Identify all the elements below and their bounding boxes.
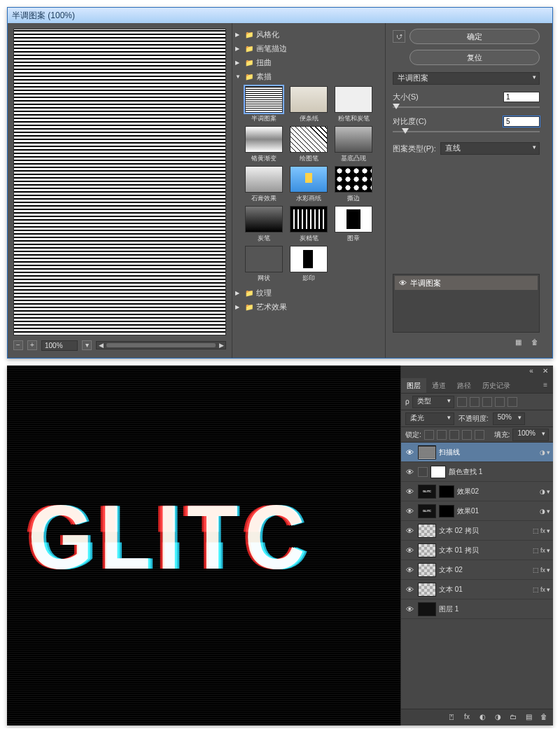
layer-text01[interactable]: 👁 文本 01 ⬚fx▾ bbox=[401, 580, 553, 599]
filter-reticulate[interactable]: 网状 bbox=[245, 246, 283, 283]
tab-channels[interactable]: 通道 bbox=[426, 378, 451, 393]
filter-type-icon[interactable] bbox=[482, 397, 492, 407]
category-sketch[interactable]: ▼ 📁 素描 bbox=[235, 69, 382, 83]
ok-button[interactable]: 确定 bbox=[410, 29, 540, 44]
filter-chrome[interactable]: 铬黄渐变 bbox=[245, 126, 283, 163]
eye-icon[interactable]: 👁 bbox=[404, 566, 415, 574]
chevron-down-icon[interactable]: ▾ bbox=[547, 449, 550, 456]
filter-adjust-icon[interactable] bbox=[470, 397, 479, 407]
adjustment-layer-icon[interactable]: ◑ bbox=[493, 713, 503, 723]
zoom-select[interactable]: 100% bbox=[41, 340, 78, 351]
layer-styles-icon[interactable]: fx bbox=[462, 713, 472, 723]
eye-icon[interactable]: 👁 bbox=[404, 487, 415, 496]
smartfilter-icon[interactable]: ◑ bbox=[540, 508, 545, 515]
tab-paths[interactable]: 路径 bbox=[451, 378, 477, 393]
smartfilter-icon[interactable]: ◑ bbox=[540, 449, 545, 456]
delete-effect-layer-icon[interactable]: 🗑 bbox=[530, 338, 540, 348]
link-icon[interactable]: ⬚ bbox=[533, 547, 539, 554]
link-icon[interactable]: ⬚ bbox=[533, 586, 539, 593]
eye-icon[interactable]: 👁 bbox=[404, 605, 415, 613]
layer-kind-select[interactable]: 类型 bbox=[412, 396, 454, 408]
filter-notepaper[interactable]: 便条纸 bbox=[290, 86, 328, 123]
preview-hscroll[interactable]: ◀ ▶ bbox=[96, 341, 226, 349]
filter-plaster[interactable]: 石膏效果 bbox=[245, 166, 283, 203]
category-distort[interactable]: ▶ 📁 扭曲 bbox=[235, 55, 382, 69]
filter-halftone[interactable]: 半调图案 bbox=[245, 86, 283, 123]
contrast-input[interactable] bbox=[503, 116, 540, 127]
panel-collapse-icon[interactable]: « bbox=[526, 367, 536, 377]
zoom-in-button[interactable]: + bbox=[27, 340, 37, 350]
filter-charcoal[interactable]: 炭笔 bbox=[245, 206, 283, 243]
filter-pixel-icon[interactable] bbox=[457, 397, 467, 407]
layer-scanlines[interactable]: 👁 扫描线 ◑▾ bbox=[401, 443, 553, 462]
eye-icon[interactable]: 👁 bbox=[404, 448, 415, 457]
filter-photocopy[interactable]: 影印 bbox=[290, 246, 328, 283]
lock-all-icon[interactable] bbox=[475, 430, 484, 440]
smartfilter-icon[interactable]: ◑ bbox=[540, 488, 545, 495]
contrast-slider[interactable] bbox=[393, 128, 540, 135]
fill-input[interactable]: 100% bbox=[512, 429, 549, 441]
chevron-down-icon[interactable]: ▾ bbox=[547, 508, 550, 515]
layer-bg[interactable]: 👁 图层 1 bbox=[401, 599, 553, 619]
new-layer-icon[interactable]: ▤ bbox=[524, 713, 533, 723]
filter-select[interactable]: 半调图案 bbox=[393, 72, 540, 85]
layer-colorlookup[interactable]: 👁 颜色查找 1 bbox=[401, 462, 553, 482]
scroll-thumb[interactable] bbox=[106, 343, 216, 347]
fx-label[interactable]: fx bbox=[540, 547, 545, 554]
layer-copy01[interactable]: 👁 文本 01 拷贝 ⬚fx▾ bbox=[401, 541, 553, 560]
panel-menu-icon[interactable]: ≡ bbox=[538, 378, 553, 393]
tab-history[interactable]: 历史记录 bbox=[477, 378, 516, 393]
eye-icon[interactable]: 👁 bbox=[404, 546, 415, 555]
link-layers-icon[interactable]: ⍞ bbox=[447, 713, 456, 723]
new-effect-layer-icon[interactable]: ▦ bbox=[513, 338, 523, 348]
lock-artboard-icon[interactable] bbox=[462, 430, 472, 440]
layer-text02[interactable]: 👁 文本 02 ⬚fx▾ bbox=[401, 560, 553, 580]
link-icon[interactable]: ⬚ bbox=[533, 567, 539, 574]
applied-filter-row[interactable]: 👁 半调图案 bbox=[395, 276, 538, 290]
eye-icon[interactable]: 👁 bbox=[404, 468, 415, 476]
filter-smart-icon[interactable] bbox=[507, 397, 517, 407]
eye-icon[interactable]: 👁 bbox=[404, 507, 415, 515]
scroll-right-icon[interactable]: ▶ bbox=[217, 342, 225, 349]
layer-mask-icon[interactable]: ◐ bbox=[477, 713, 487, 723]
layer-fx02[interactable]: 👁 效果02 ◑▾ bbox=[401, 482, 553, 501]
chevron-down-icon[interactable]: ▾ bbox=[547, 586, 550, 593]
size-input[interactable] bbox=[503, 92, 540, 102]
layer-copy02[interactable]: 👁 文本 02 拷贝 ⬚fx▾ bbox=[401, 521, 553, 541]
tab-layers[interactable]: 图层 bbox=[401, 378, 426, 393]
category-artistic[interactable]: ▶ 📁 艺术效果 bbox=[235, 300, 382, 314]
layer-fx01[interactable]: 👁 效果01 ◑▾ bbox=[401, 501, 553, 521]
filter-stamp[interactable]: 图章 bbox=[335, 206, 372, 243]
filter-shape-icon[interactable] bbox=[495, 397, 505, 407]
chevron-down-icon[interactable]: ▾ bbox=[547, 488, 550, 495]
zoom-out-button[interactable]: − bbox=[13, 340, 23, 350]
fx-label[interactable]: fx bbox=[540, 567, 545, 574]
lock-pos-icon[interactable] bbox=[449, 430, 459, 440]
eye-icon[interactable]: 👁 bbox=[404, 585, 415, 594]
link-icon[interactable]: ⬚ bbox=[533, 527, 539, 534]
zoom-select-chevron-icon[interactable]: ▾ bbox=[82, 340, 92, 350]
preview-canvas[interactable] bbox=[13, 29, 226, 335]
group-icon[interactable]: 🗀 bbox=[508, 713, 518, 723]
filter-chalk[interactable]: 粉笔和炭笔 bbox=[335, 86, 372, 123]
blend-mode-select[interactable]: 柔光 bbox=[405, 412, 454, 425]
lock-trans-icon[interactable] bbox=[424, 430, 434, 440]
scroll-left-icon[interactable]: ◀ bbox=[97, 342, 105, 349]
opacity-input[interactable]: 50% bbox=[493, 412, 525, 425]
chevron-down-icon[interactable]: ▾ bbox=[547, 567, 550, 574]
cancel-button[interactable]: 复位 bbox=[410, 50, 540, 65]
filter-conte[interactable]: 炭精笔 bbox=[290, 206, 328, 243]
filter-torn[interactable]: 撕边 bbox=[335, 166, 372, 203]
fx-label[interactable]: fx bbox=[540, 527, 545, 534]
eye-icon[interactable]: 👁 bbox=[404, 527, 415, 535]
delete-layer-icon[interactable]: 🗑 bbox=[539, 713, 549, 723]
lock-pixels-icon[interactable] bbox=[437, 430, 447, 440]
collapse-preview-icon[interactable]: ⮍ bbox=[393, 30, 405, 43]
titlebar[interactable]: 半调图案 (100%) bbox=[8, 8, 552, 23]
size-slider[interactable] bbox=[393, 104, 540, 111]
category-texture[interactable]: ▶ 📁 纹理 bbox=[235, 286, 382, 300]
category-brush[interactable]: ▶ 📁 画笔描边 bbox=[235, 41, 382, 55]
filter-waterpaper[interactable]: 水彩画纸 bbox=[290, 166, 328, 203]
panel-close-icon[interactable]: ✕ bbox=[540, 367, 550, 377]
chevron-down-icon[interactable]: ▾ bbox=[547, 527, 550, 534]
